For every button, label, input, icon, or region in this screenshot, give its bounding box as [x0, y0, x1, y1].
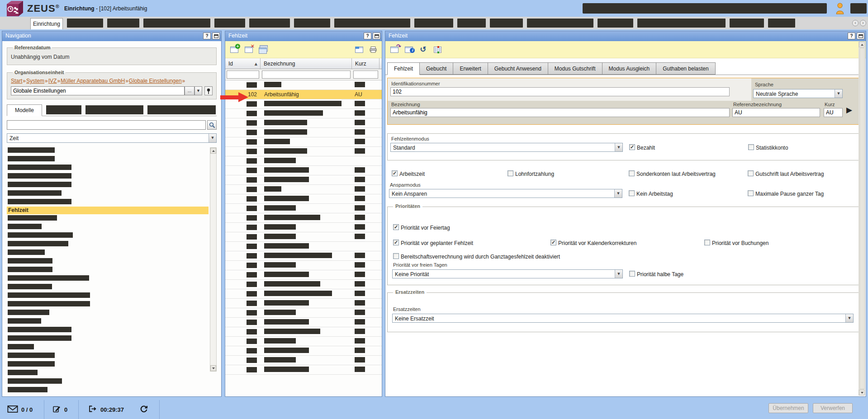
table-row[interactable]: [225, 128, 382, 137]
nav-list-item[interactable]: [7, 275, 209, 283]
nav-list-item[interactable]: [7, 335, 209, 343]
table-row[interactable]: [225, 213, 382, 223]
nav-list-item[interactable]: [7, 215, 209, 223]
prio-kalender-checkbox[interactable]: ✓: [550, 240, 556, 245]
table-row[interactable]: [225, 156, 382, 166]
nav-list-item[interactable]: [7, 232, 209, 240]
sonderkonten-checkbox[interactable]: [629, 170, 635, 176]
chevron-down-icon[interactable]: ▼: [209, 134, 216, 142]
filter-kurz-input[interactable]: [353, 71, 378, 79]
tab-redacted[interactable]: [214, 19, 245, 28]
refresh-icon[interactable]: [139, 405, 148, 414]
nav-list-item[interactable]: [7, 224, 209, 231]
table-row[interactable]: [225, 204, 382, 213]
tab-redacted[interactable]: [637, 19, 726, 28]
table-row[interactable]: [225, 166, 382, 175]
ersatzzeiten-select[interactable]: Keine Ersatzzeit ▼: [392, 314, 854, 323]
nav-list-item[interactable]: [7, 182, 209, 189]
table-row[interactable]: [225, 109, 382, 118]
undo-history-icon[interactable]: ↺: [417, 44, 429, 55]
table-row[interactable]: [225, 185, 382, 194]
fehlzeitenmodus-select[interactable]: Standard ▼: [390, 143, 623, 152]
table-row[interactable]: [225, 147, 382, 156]
tab-redacted[interactable]: [85, 105, 143, 114]
table-row[interactable]: [225, 280, 382, 289]
column-header-id[interactable]: Id▲: [225, 58, 261, 69]
prio-feiertag-checkbox[interactable]: ✓: [393, 224, 399, 230]
table-row[interactable]: [225, 99, 382, 109]
nav-list-item[interactable]: [7, 241, 209, 249]
table-row[interactable]: [225, 327, 382, 337]
kein-arbeitstag-checkbox[interactable]: [629, 190, 635, 196]
identifikationsnummer-field[interactable]: [390, 87, 730, 96]
gutschrift-checkbox[interactable]: [748, 170, 754, 176]
tab-redacted[interactable]: [143, 19, 210, 28]
tab-redacted[interactable]: [67, 19, 103, 28]
breadcrumb-link[interactable]: Globale Einstellungen: [129, 78, 182, 84]
table-row[interactable]: [225, 251, 382, 261]
info-icon[interactable]: i: [403, 44, 414, 55]
table-row[interactable]: [225, 356, 382, 365]
help-icon[interactable]: ?: [203, 33, 211, 39]
prio-buchungen-checkbox[interactable]: [704, 240, 710, 245]
tab-redacted[interactable]: [414, 19, 453, 28]
minimize-icon[interactable]: [212, 33, 220, 39]
tab-redacted[interactable]: [107, 19, 139, 28]
table-row[interactable]: [225, 232, 382, 242]
tab-redacted[interactable]: [598, 19, 633, 28]
table-row[interactable]: [225, 137, 382, 147]
filter-bezeichnung-input[interactable]: [262, 71, 351, 79]
table-row[interactable]: [225, 80, 382, 90]
detail-tab-guthaben-belasten[interactable]: Guthaben belasten: [656, 62, 715, 75]
tab-redacted[interactable]: [147, 105, 216, 114]
prio-halbe-tage-checkbox[interactable]: [629, 271, 635, 277]
minimize-icon[interactable]: [857, 33, 864, 39]
table-row[interactable]: [225, 270, 382, 280]
nav-list-item[interactable]: [7, 165, 209, 172]
breadcrumb-link[interactable]: Start: [11, 78, 22, 84]
tab-redacted[interactable]: [334, 19, 410, 28]
tab-redacted[interactable]: [768, 19, 795, 28]
scroll-down-icon[interactable]: [210, 365, 216, 371]
nav-list-item[interactable]: [7, 378, 209, 386]
detail-tab-gebucht[interactable]: Gebucht: [419, 62, 453, 75]
search-icon[interactable]: [207, 120, 217, 130]
chevron-down-icon[interactable]: ▼: [835, 89, 842, 98]
tab-redacted[interactable]: [249, 19, 290, 28]
column-header-kurz[interactable]: Kurz: [352, 58, 379, 69]
scroll-up-icon[interactable]: [859, 42, 865, 47]
copy-record-icon[interactable]: [257, 44, 269, 55]
mail-icon[interactable]: [7, 405, 18, 414]
table-row[interactable]: [225, 365, 382, 375]
kurz-field[interactable]: [824, 108, 843, 117]
nav-list-item[interactable]: [7, 199, 209, 207]
model-type-select[interactable]: Zeit ▼: [7, 133, 217, 143]
org-unit-dropdown-icon[interactable]: ▼: [194, 86, 202, 95]
table-row[interactable]: [225, 175, 382, 185]
detail-tab-fehlzeit[interactable]: Fehlzeit: [387, 62, 420, 75]
nav-list-item[interactable]: [7, 156, 209, 164]
table-row[interactable]: [225, 337, 382, 346]
table-row[interactable]: [225, 346, 382, 356]
table-row[interactable]: [225, 308, 382, 318]
delete-record-icon[interactable]: ✕: [243, 44, 254, 55]
bezahlt-checkbox[interactable]: ✓: [629, 144, 635, 150]
lohnfortzahlung-checkbox[interactable]: [508, 170, 513, 176]
chevron-down-icon[interactable]: ▼: [615, 270, 622, 278]
org-unit-input[interactable]: [11, 86, 185, 95]
minimize-icon[interactable]: [373, 33, 380, 39]
tab-redacted[interactable]: [527, 19, 593, 28]
nav-list-item[interactable]: [7, 147, 209, 155]
tab-einrichtung[interactable]: Einrichtung: [30, 18, 63, 29]
nav-list-item[interactable]: [7, 284, 209, 292]
ansparmodus-select[interactable]: Kein Ansparen ▼: [389, 189, 622, 198]
prio-geplant-checkbox[interactable]: ✓: [393, 240, 399, 245]
chevron-down-icon[interactable]: ▼: [845, 314, 853, 322]
tab-redacted[interactable]: [730, 19, 764, 28]
nav-list-item[interactable]: [7, 250, 209, 257]
help-icon[interactable]: ?: [364, 33, 371, 39]
nav-list-item[interactable]: [7, 327, 209, 334]
nav-list-item[interactable]: [7, 370, 209, 377]
help-icon[interactable]: ?: [848, 33, 855, 39]
nav-list-item[interactable]: [7, 344, 209, 352]
